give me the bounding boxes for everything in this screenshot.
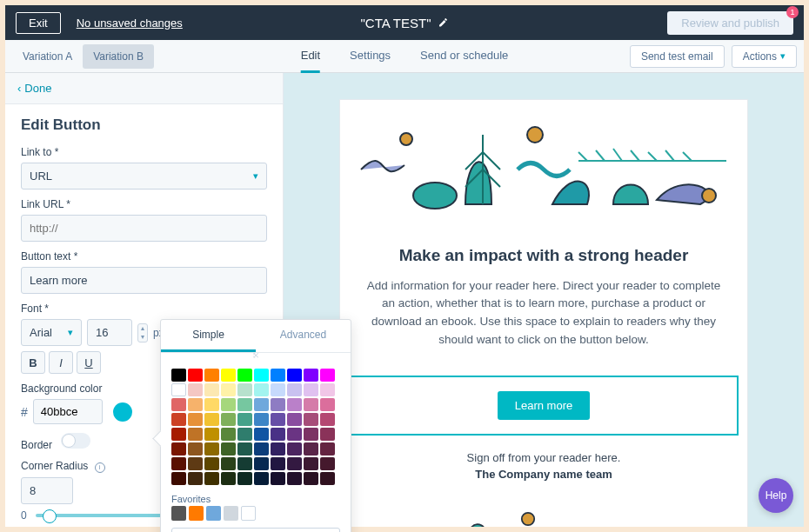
color-swatch[interactable] — [188, 383, 203, 396]
color-swatch[interactable] — [188, 472, 203, 485]
color-swatch[interactable] — [204, 398, 219, 411]
info-icon[interactable]: i — [95, 462, 105, 473]
underline-button[interactable]: U — [77, 351, 101, 374]
cta-selection-outline[interactable]: Learn more — [349, 376, 739, 436]
variation-b-tab[interactable]: Variation B — [83, 44, 154, 69]
color-swatch[interactable] — [271, 383, 285, 396]
color-swatch[interactable] — [320, 413, 335, 426]
color-swatch[interactable] — [171, 398, 186, 411]
color-swatch[interactable] — [237, 398, 252, 411]
favorite-swatch[interactable] — [241, 506, 256, 521]
stepper-up-icon[interactable]: ▴ — [138, 324, 147, 333]
cta-button[interactable]: Learn more — [498, 391, 590, 420]
color-swatch[interactable] — [237, 383, 252, 396]
color-swatch[interactable] — [204, 457, 219, 470]
color-swatch[interactable] — [221, 457, 236, 470]
color-swatch[interactable] — [188, 413, 203, 426]
italic-button[interactable]: I — [49, 351, 73, 374]
color-swatch[interactable] — [287, 472, 302, 485]
unsaved-changes-link[interactable]: No unsaved changes — [77, 17, 183, 30]
exit-button[interactable]: Exit — [16, 12, 61, 34]
link-url-input[interactable] — [21, 215, 267, 242]
color-swatch[interactable] — [221, 428, 236, 441]
color-swatch[interactable] — [320, 472, 335, 485]
color-swatch[interactable] — [254, 472, 269, 485]
color-swatch[interactable] — [320, 398, 335, 411]
background-hex-input[interactable] — [33, 399, 103, 424]
color-swatch[interactable] — [237, 457, 252, 470]
button-text-input[interactable] — [21, 267, 267, 294]
review-publish-button[interactable]: Review and publish 1 — [667, 11, 793, 35]
color-swatch[interactable] — [254, 442, 269, 456]
color-swatch[interactable] — [171, 442, 186, 456]
color-swatch[interactable] — [237, 413, 252, 426]
color-swatch[interactable] — [204, 472, 219, 485]
color-swatch[interactable] — [221, 383, 236, 396]
help-bubble-button[interactable]: Help — [759, 478, 793, 513]
document-title[interactable]: "CTA TEST" — [361, 16, 449, 30]
color-swatch[interactable] — [171, 428, 186, 441]
font-family-select[interactable]: Arial ▾ — [21, 319, 82, 346]
color-swatch[interactable] — [287, 398, 302, 411]
stepper-down-icon[interactable]: ▾ — [138, 333, 147, 342]
color-swatch[interactable] — [171, 472, 186, 485]
color-swatch[interactable] — [254, 428, 269, 441]
color-swatch[interactable] — [304, 369, 318, 382]
border-toggle[interactable] — [61, 433, 90, 449]
color-swatch[interactable] — [320, 369, 335, 382]
colorpicker-tab-advanced[interactable]: Advanced — [256, 320, 351, 352]
color-swatch[interactable] — [237, 472, 252, 485]
color-swatch[interactable] — [204, 428, 219, 441]
color-swatch[interactable] — [188, 369, 203, 382]
variation-a-tab[interactable]: Variation A — [12, 44, 83, 69]
color-swatch[interactable] — [188, 398, 203, 411]
color-swatch[interactable] — [237, 428, 252, 441]
color-swatch[interactable] — [254, 413, 269, 426]
color-swatch[interactable] — [254, 457, 269, 470]
color-swatch[interactable] — [254, 369, 269, 382]
color-swatch[interactable] — [304, 472, 318, 485]
color-swatch[interactable] — [271, 442, 285, 456]
color-swatch[interactable] — [287, 413, 302, 426]
color-swatch[interactable] — [304, 457, 318, 470]
color-swatch[interactable] — [171, 369, 186, 382]
color-swatch[interactable] — [271, 472, 285, 485]
link-to-select[interactable]: URL ▾ — [21, 163, 267, 190]
color-swatch[interactable] — [204, 413, 219, 426]
color-swatch[interactable] — [304, 428, 318, 441]
color-swatch[interactable] — [237, 369, 252, 382]
color-swatch[interactable] — [271, 428, 285, 441]
send-test-email-button[interactable]: Send test email — [630, 45, 725, 68]
color-swatch[interactable] — [221, 369, 236, 382]
edit-title-icon[interactable] — [438, 17, 448, 28]
tab-settings[interactable]: Settings — [350, 40, 391, 73]
bold-button[interactable]: B — [21, 351, 45, 374]
color-swatch[interactable] — [287, 457, 302, 470]
color-swatch[interactable] — [304, 383, 318, 396]
color-swatch[interactable] — [221, 472, 236, 485]
colorpicker-tab-simple[interactable]: Simple — [161, 320, 256, 352]
favorite-swatch[interactable] — [224, 506, 238, 521]
tab-send[interactable]: Send or schedule — [420, 40, 508, 73]
color-swatch[interactable] — [271, 413, 285, 426]
color-swatch[interactable] — [320, 442, 335, 456]
color-swatch[interactable] — [188, 428, 203, 441]
color-swatch[interactable] — [171, 413, 186, 426]
color-swatch[interactable] — [304, 442, 318, 456]
color-swatch[interactable] — [204, 369, 219, 382]
favorite-swatch[interactable] — [171, 506, 186, 521]
color-swatch[interactable] — [188, 457, 203, 470]
color-swatch[interactable] — [188, 442, 203, 456]
background-color-swatch[interactable] — [113, 402, 132, 422]
color-swatch[interactable] — [254, 398, 269, 411]
done-back-link[interactable]: ‹ Done — [5, 73, 283, 104]
color-swatch[interactable] — [271, 457, 285, 470]
color-swatch[interactable] — [287, 369, 302, 382]
favorite-swatch[interactable] — [206, 506, 221, 521]
tab-edit[interactable]: Edit — [301, 40, 320, 73]
color-swatch[interactable] — [204, 442, 219, 456]
color-swatch[interactable] — [287, 442, 302, 456]
color-swatch[interactable] — [237, 442, 252, 456]
color-swatch[interactable] — [171, 383, 186, 396]
font-size-input[interactable] — [87, 319, 132, 346]
